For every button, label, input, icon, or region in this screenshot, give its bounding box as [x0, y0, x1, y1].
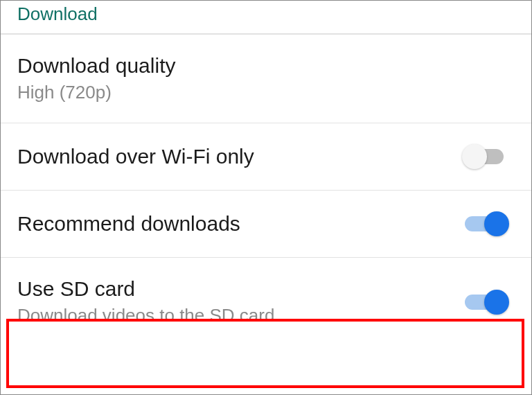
setting-download-quality[interactable]: Download quality High (720p) — [1, 34, 531, 123]
setting-text: Use SD card Download videos to the SD ca… — [17, 277, 274, 326]
setting-text: Download quality High (720p) — [17, 54, 175, 103]
toggle-thumb — [484, 290, 509, 315]
setting-subtitle: High (720p) — [17, 82, 175, 103]
setting-use-sd-card[interactable]: Use SD card Download videos to the SD ca… — [1, 257, 531, 346]
toggle-thumb — [462, 144, 487, 169]
setting-recommend-downloads[interactable]: Recommend downloads — [1, 190, 531, 257]
toggle-wifi-only[interactable] — [462, 143, 509, 170]
toggle-recommend-downloads[interactable] — [462, 210, 509, 238]
toggle-use-sd-card[interactable] — [462, 288, 509, 316]
setting-text: Download over Wi-Fi only — [17, 145, 254, 168]
setting-title: Use SD card — [17, 277, 274, 301]
setting-title: Download over Wi-Fi only — [17, 145, 254, 168]
setting-title: Download quality — [17, 54, 175, 78]
section-header-download: Download — [1, 1, 531, 33]
setting-text: Recommend downloads — [17, 212, 240, 236]
setting-subtitle: Download videos to the SD card — [17, 305, 274, 326]
setting-wifi-only[interactable]: Download over Wi-Fi only — [1, 123, 531, 190]
toggle-thumb — [484, 211, 509, 236]
setting-title: Recommend downloads — [17, 212, 240, 236]
